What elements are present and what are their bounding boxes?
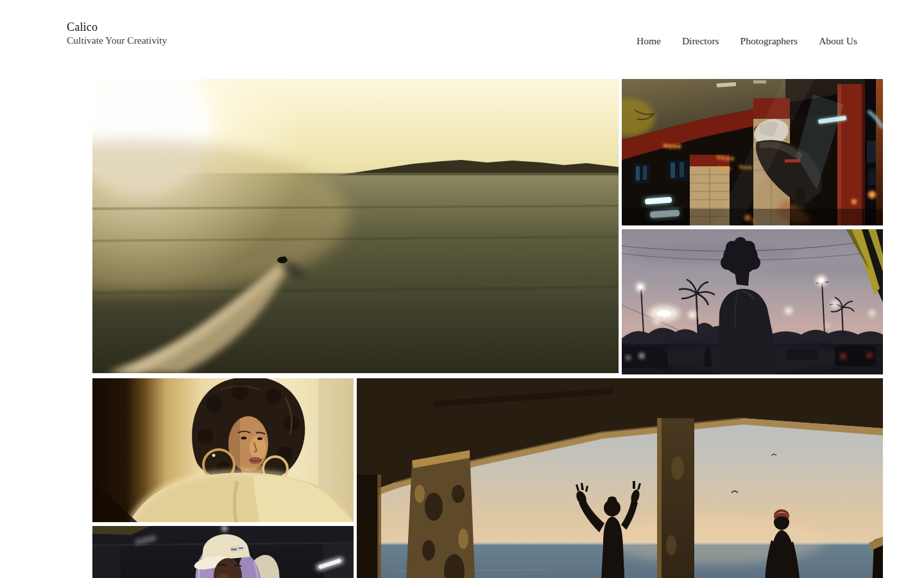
nav-home[interactable]: Home (637, 35, 661, 47)
gallery-photo-ocean-overlook[interactable] (357, 378, 883, 578)
nav-photographers[interactable]: Photographers (740, 35, 798, 47)
calico-homepage: Calico Cultivate Your Creativity Home Di… (0, 0, 924, 578)
golden-portrait-illustration (92, 378, 354, 522)
site-logo[interactable]: Calico (67, 21, 98, 33)
gallery-photo-desert-sunset[interactable] (92, 79, 619, 373)
gallery-photo-purple-hair[interactable] (92, 526, 354, 578)
main-nav: Home Directors Photographers About Us (637, 35, 857, 47)
nav-about-us[interactable]: About Us (819, 35, 857, 47)
desert-sunset-illustration (92, 79, 619, 373)
dusk-parking-lot-illustration (622, 229, 883, 374)
ocean-overlook-illustration (357, 378, 883, 578)
purple-hair-illustration (92, 526, 354, 578)
gallery-photo-night-interior[interactable] (622, 79, 883, 225)
night-interior-illustration (622, 79, 883, 225)
gallery-photo-golden-portrait[interactable] (92, 378, 354, 522)
nav-directors[interactable]: Directors (682, 35, 719, 47)
gallery-photo-dusk-parking-lot[interactable] (622, 229, 883, 374)
site-tagline: Cultivate Your Creativity (67, 35, 167, 46)
